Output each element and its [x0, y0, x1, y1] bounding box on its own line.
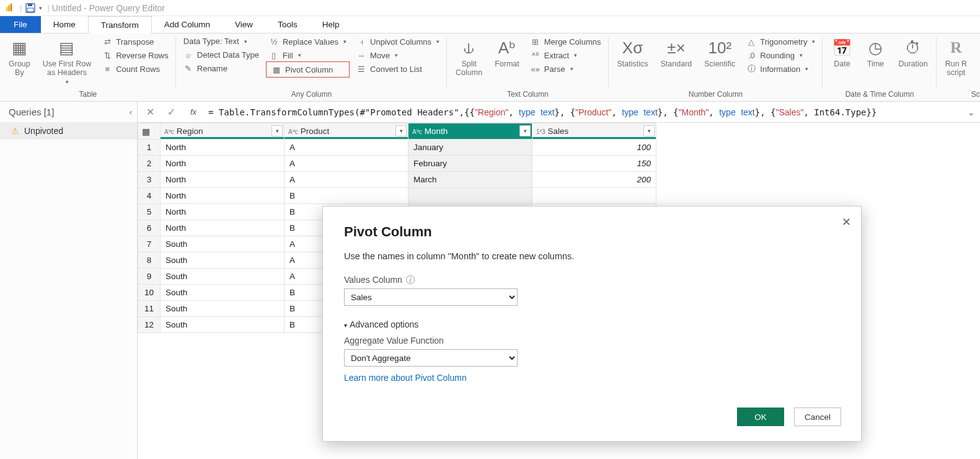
replace-values-button[interactable]: ½Replace Values▾ — [268, 36, 348, 47]
tab-add-column[interactable]: Add Column — [152, 16, 223, 33]
column-header-product[interactable]: AᴮcProduct▾ — [285, 123, 408, 140]
table-row[interactable]: 1NorthAJanuary100 — [138, 140, 656, 156]
cell-sales[interactable]: 150 — [532, 156, 656, 172]
row-number[interactable]: 4 — [138, 188, 161, 204]
cell-product[interactable]: A — [285, 140, 408, 156]
count-rows-button[interactable]: ≡Count Rows — [101, 63, 170, 74]
table-row[interactable]: 2NorthAFebruary150 — [138, 156, 656, 172]
tab-transform[interactable]: Transform — [88, 16, 152, 33]
move-button[interactable]: ↔Move▾ — [355, 50, 441, 61]
row-number[interactable]: 9 — [138, 269, 161, 285]
cell-month[interactable]: February — [408, 156, 532, 172]
scientific-button[interactable]: 10²Scientific — [702, 36, 738, 69]
parse-button[interactable]: «»Parse▾ — [529, 63, 603, 74]
cell-month[interactable] — [408, 188, 532, 204]
cell-region[interactable]: North — [161, 156, 285, 172]
detect-data-type-button[interactable]: ⌕Detect Data Type — [182, 49, 260, 60]
cell-region[interactable]: South — [161, 301, 285, 317]
row-number[interactable]: 3 — [138, 172, 161, 188]
data-type-button[interactable]: Data Type: Text▾ — [182, 36, 260, 47]
cell-region[interactable]: North — [161, 140, 285, 156]
fx-icon[interactable]: fx — [185, 107, 202, 117]
save-icon[interactable] — [25, 3, 35, 13]
date-button[interactable]: 📅Date — [829, 36, 855, 69]
cell-month[interactable]: January — [408, 140, 532, 156]
formula-text[interactable]: = Table.TransformColumnTypes(#"Promoted … — [208, 107, 958, 117]
cell-region[interactable]: North — [161, 188, 285, 204]
table-row[interactable]: 4NorthB — [138, 188, 656, 204]
tab-file[interactable]: File — [0, 16, 41, 33]
cell-product[interactable]: A — [285, 156, 408, 172]
expand-formula-button[interactable]: ⌄ — [968, 107, 975, 117]
cell-region[interactable]: North — [161, 204, 285, 220]
row-number[interactable]: 12 — [138, 317, 161, 333]
convert-to-list-button[interactable]: ☰Convert to List — [355, 63, 441, 74]
row-number[interactable]: 11 — [138, 301, 161, 317]
use-first-row-button[interactable]: ▤ Use First Row as Headers ▾ — [40, 36, 94, 86]
filter-dropdown-icon[interactable]: ▾ — [519, 125, 531, 136]
cell-sales[interactable]: 100 — [532, 140, 656, 156]
filter-dropdown-icon[interactable]: ▾ — [271, 125, 283, 136]
close-button[interactable]: ✕ — [842, 215, 851, 229]
learn-more-link[interactable]: Learn more about Pivot Column — [344, 373, 841, 383]
transpose-button[interactable]: ⇄Transpose — [101, 36, 170, 47]
rename-button[interactable]: ✎Rename — [182, 63, 260, 74]
filter-dropdown-icon[interactable]: ▾ — [643, 125, 655, 136]
tab-view[interactable]: View — [223, 16, 265, 33]
confirm-formula-button[interactable]: ✓ — [164, 106, 179, 118]
cell-month[interactable]: March — [408, 172, 532, 188]
information-button[interactable]: ⓘInformation▾ — [745, 63, 816, 74]
row-number[interactable]: 1 — [138, 140, 161, 156]
column-header-region[interactable]: AᴮcRegion▾ — [161, 123, 285, 140]
aggregate-function-select[interactable]: Don't Aggregate — [344, 349, 518, 367]
column-header-sales[interactable]: 1²3Sales▾ — [532, 123, 656, 140]
merge-columns-button[interactable]: ⊞Merge Columns — [529, 36, 603, 47]
statistics-button[interactable]: ΧσStatistics — [615, 36, 651, 69]
extract-button[interactable]: ᴬᴮExtract▾ — [529, 50, 603, 61]
standard-button[interactable]: ±×Standard — [658, 36, 695, 69]
tab-home[interactable]: Home — [41, 16, 88, 33]
cancel-button[interactable]: Cancel — [794, 408, 841, 426]
fill-button[interactable]: ▯Fill▾ — [268, 50, 348, 61]
cell-region[interactable]: South — [161, 252, 285, 269]
info-icon[interactable]: i — [406, 275, 415, 284]
reverse-rows-button[interactable]: ⇅Reverse Rows — [101, 50, 170, 61]
trigonometry-button[interactable]: △Trigonometry▾ — [745, 36, 816, 47]
pivot-column-button[interactable]: ▦Pivot Column — [268, 63, 348, 76]
cell-product[interactable]: A — [285, 172, 408, 188]
run-python-button[interactable]: PyRun Python script — [977, 36, 980, 79]
row-number[interactable]: 7 — [138, 236, 161, 252]
advanced-options-toggle[interactable]: ▾Advanced options — [344, 319, 841, 329]
cell-region[interactable]: North — [161, 172, 285, 188]
row-number[interactable]: 8 — [138, 252, 161, 269]
time-button[interactable]: ◷Time — [862, 36, 888, 69]
cell-sales[interactable] — [532, 188, 656, 204]
table-row[interactable]: 3NorthAMarch200 — [138, 172, 656, 188]
row-number[interactable]: 10 — [138, 285, 161, 301]
corner-cell[interactable]: ▦ — [138, 123, 161, 140]
column-header-month[interactable]: AᴮcMonth▾ — [408, 123, 532, 140]
rounding-button[interactable]: .0Rounding▾ — [745, 50, 816, 61]
format-button[interactable]: AᵇFormat — [492, 36, 522, 69]
run-r-button[interactable]: RRun R script — [943, 36, 969, 79]
cell-region[interactable]: South — [161, 317, 285, 333]
cell-region[interactable]: South — [161, 269, 285, 285]
cell-region[interactable]: South — [161, 285, 285, 301]
cell-region[interactable]: North — [161, 220, 285, 236]
tab-tools[interactable]: Tools — [265, 16, 310, 33]
cancel-formula-button[interactable]: ✕ — [143, 106, 157, 118]
row-number[interactable]: 6 — [138, 220, 161, 236]
cell-sales[interactable]: 200 — [532, 172, 656, 188]
ok-button[interactable]: OK — [737, 408, 784, 426]
duration-button[interactable]: ⏱Duration — [896, 36, 930, 69]
unpivot-columns-button[interactable]: ⫞Unpivot Columns▾ — [355, 36, 441, 47]
filter-dropdown-icon[interactable]: ▾ — [395, 125, 407, 136]
row-number[interactable]: 2 — [138, 156, 161, 172]
row-number[interactable]: 5 — [138, 204, 161, 220]
tab-help[interactable]: Help — [310, 16, 352, 33]
collapse-chevron-icon[interactable]: ‹ — [130, 107, 132, 117]
queries-header[interactable]: Queries [1] ‹ — [0, 102, 137, 122]
values-column-select[interactable]: Sales — [344, 288, 518, 306]
qat-dropdown-icon[interactable]: ▾ — [39, 5, 42, 11]
query-item-unpivoted[interactable]: ⚠ Unpivoted — [0, 122, 137, 140]
